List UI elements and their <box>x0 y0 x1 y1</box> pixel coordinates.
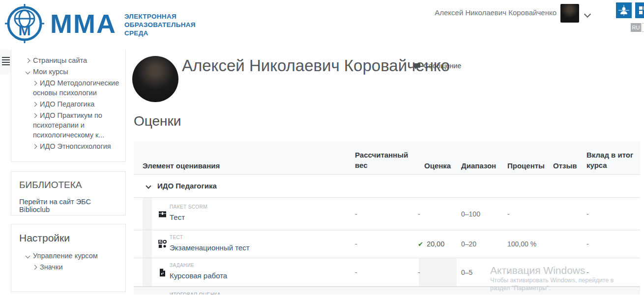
brand-tagline: ЭЛЕКТРОННАЯ ОБРАЗОВАТЕЛЬНАЯ СРЕДА <box>124 12 196 37</box>
library-title: БИБЛИОТЕКА <box>19 180 117 190</box>
chevron-down-icon[interactable] <box>26 70 30 75</box>
message-label[interactable]: Сообщение <box>424 62 461 70</box>
sidebar-item-course-pedagogy[interactable]: ИДО Педагогика <box>11 99 119 109</box>
quiz-icon <box>158 240 167 248</box>
table-row: ПАКЕТ SCORM Тест - - 0–100 - - <box>134 198 640 230</box>
message-button[interactable]: Сообщение <box>414 62 461 70</box>
profile-avatar <box>132 56 178 102</box>
cell-contribution: - <box>586 268 589 276</box>
item-type-label: ЗАДАНИЕ <box>170 263 194 268</box>
cell-percent: - <box>507 210 510 218</box>
category-name[interactable]: ИДО Педагогика <box>157 182 217 190</box>
cell-weight: - <box>355 210 357 218</box>
library-block: БИБЛИОТЕКА Перейти на сайт ЭБС Biblioclu… <box>11 171 126 215</box>
settings-title: Настройки <box>11 232 117 244</box>
chevron-right-icon[interactable] <box>32 81 37 86</box>
cell-percent: 100,00 % <box>507 240 536 248</box>
chevron-down-icon[interactable] <box>26 254 30 259</box>
person-crosshair-icon <box>618 5 629 16</box>
collapse-chevron-down-icon[interactable] <box>146 183 151 188</box>
tagline-line: СРЕДА <box>124 29 196 37</box>
assignment-icon <box>158 268 167 276</box>
site-logo[interactable]: М ММА ЭЛЕКТРОННАЯ ОБРАЗОВАТЕЛЬНАЯ СРЕДА <box>4 3 196 44</box>
topbar: М ММА ЭЛЕКТРОННАЯ ОБРАЗОВАТЕЛЬНАЯ СРЕДА … <box>0 0 644 49</box>
col-header-grade: Оценка <box>424 161 451 171</box>
library-link[interactable]: Перейти на сайт ЭБС Biblioclub <box>19 198 117 214</box>
sidebar-item-course-administration[interactable]: Управление курсом <box>11 251 117 261</box>
indent-cell <box>143 198 152 230</box>
topbar-user-name[interactable]: Алексей Николаевич Коровайченко <box>435 8 556 17</box>
cell-grade: ✔20,00 <box>418 240 444 248</box>
cell-grade: - <box>418 268 420 276</box>
chevron-right-icon[interactable] <box>32 113 37 118</box>
settings-block: Настройки Управление курсом Значки <box>11 224 126 292</box>
menu-toggle-button[interactable] <box>2 57 10 67</box>
category-row-pedagogy: ИДО Педагогика <box>134 175 640 198</box>
sidebar-item-my-courses[interactable]: Мои курсы <box>11 67 119 77</box>
chevron-right-icon[interactable] <box>32 144 37 149</box>
globe-logo-icon: М <box>4 3 45 44</box>
table-row: ТЕСТ Экзаменационный тест - ✔20,00 0–20 … <box>134 230 640 258</box>
chevron-right-icon[interactable] <box>32 102 37 107</box>
cell-grade: - <box>418 210 420 218</box>
accessibility-tile-button[interactable] <box>616 2 632 18</box>
cell-contribution: - <box>586 210 589 218</box>
cell-range: 0–5 <box>461 268 472 276</box>
sidebar-item-course-ethnopsychology[interactable]: ИДО Этнопсихология <box>11 141 119 151</box>
col-header-contribution: Вклад в итог курса <box>586 150 639 170</box>
table-row: ЗАДАНИЕ Курсовая работа - - 0–5 - - <box>134 258 640 287</box>
item-link-exam-test[interactable]: Экзаменационный тест <box>170 243 250 252</box>
grid-icon <box>638 5 644 15</box>
grades-table: Элемент оценивания Рассчитанный вес Оцен… <box>134 141 640 295</box>
col-header-percent: Проценты <box>507 161 545 171</box>
language-badge-ru[interactable]: RU <box>631 23 641 32</box>
cell-range: 0–20 <box>461 240 476 248</box>
item-link-coursework[interactable]: Курсовая работа <box>170 271 227 280</box>
item-type-label: ПАКЕТ SCORM <box>170 204 207 210</box>
col-header-range: Диапазон <box>461 161 496 171</box>
cell-weight: - <box>355 240 357 248</box>
chevron-right-icon[interactable] <box>32 265 37 270</box>
message-bubble-icon <box>414 63 420 69</box>
brand-name: ММА <box>50 8 117 39</box>
tagline-line: ЭЛЕКТРОННАЯ <box>124 12 196 21</box>
pass-check-icon: ✔ <box>418 241 423 248</box>
col-header-item: Элемент оценивания <box>143 161 220 171</box>
cell-weight: - <box>355 268 357 276</box>
svg-text:М: М <box>19 22 31 38</box>
cell-range: 0–100 <box>461 210 480 218</box>
chevron-right-icon[interactable] <box>26 58 30 63</box>
apps-tile-button[interactable] <box>635 2 644 18</box>
col-header-feedback: Отзыв <box>553 161 577 171</box>
total-row-label: ИТОГОВАЯ ОЦЕНКА <box>170 292 221 295</box>
page-title: Оценки <box>134 113 181 129</box>
tagline-line: ОБРАЗОВАТЕЛЬНАЯ <box>124 21 196 29</box>
indent-cell <box>143 258 152 286</box>
indent-cell <box>143 230 152 258</box>
scorm-package-icon <box>158 210 167 218</box>
sidebar-item-badges[interactable]: Значки <box>11 262 117 272</box>
user-menu-chevron-down-icon[interactable] <box>584 11 591 18</box>
profile-name: Алексей Николаевич Коровайченко <box>182 56 450 75</box>
empty-grade-cell <box>419 258 457 286</box>
item-link-test[interactable]: Тест <box>170 213 185 221</box>
grades-table-header: Элемент оценивания Рассчитанный вес Оцен… <box>134 141 640 175</box>
language-badge-alt[interactable] <box>642 23 644 32</box>
topbar-avatar[interactable] <box>560 4 579 23</box>
col-header-weight: Рассчитанный вес <box>355 150 410 170</box>
sidebar-item-course-practicum[interactable]: ИДО Практикум по психотерапии и психолог… <box>11 110 119 140</box>
nav-block: Страницы сайта Мои курсы ИДО Методологич… <box>11 50 126 162</box>
cell-percent: - <box>507 268 510 276</box>
course-total-row-clipped: ИТОГОВАЯ ОЦЕНКА <box>134 287 640 295</box>
screen: М ММА ЭЛЕКТРОННАЯ ОБРАЗОВАТЕЛЬНАЯ СРЕДА … <box>0 0 644 295</box>
sidebar-item-course-methodology[interactable]: ИДО Методологические основы психологии <box>11 78 119 98</box>
item-type-label: ТЕСТ <box>170 235 183 240</box>
cell-contribution: - <box>586 240 589 248</box>
sidebar-item-site-pages[interactable]: Страницы сайта <box>11 55 119 65</box>
grade-value: 20,00 <box>427 240 444 248</box>
